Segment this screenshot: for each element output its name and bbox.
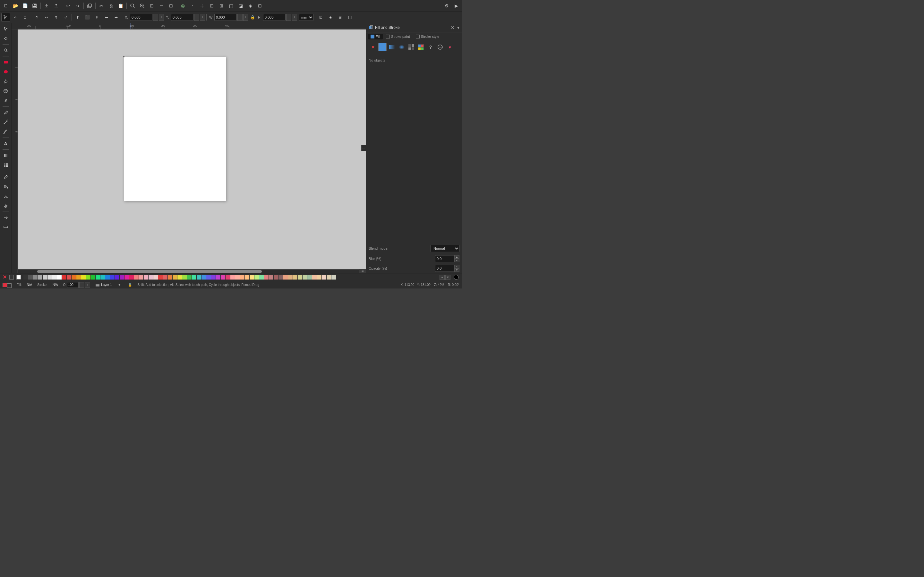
fill-radial-btn[interactable] <box>397 43 406 51</box>
snap4-button[interactable]: ⊞ <box>217 1 226 10</box>
layer-indicator[interactable]: Layer 1 <box>95 283 111 287</box>
h-input[interactable] <box>263 14 286 21</box>
w-input[interactable] <box>214 14 237 21</box>
black-swatch[interactable] <box>9 275 14 279</box>
eraser-tool[interactable] <box>1 201 10 210</box>
zoom-tool[interactable] <box>1 46 10 55</box>
fill-heart-btn[interactable]: ♥ <box>446 43 454 51</box>
palette-swatch[interactable] <box>43 275 47 279</box>
flip-x-button[interactable]: ⇔ <box>42 13 51 22</box>
palette-swatch[interactable] <box>38 275 42 279</box>
fill-none-btn[interactable]: ✕ <box>368 43 377 51</box>
export-button[interactable] <box>52 1 61 10</box>
palette-swatch[interactable] <box>269 275 273 279</box>
selector-tool[interactable] <box>1 24 10 33</box>
snap7-button[interactable]: ◈ <box>246 1 255 10</box>
y-input[interactable] <box>171 14 194 21</box>
lock-aspect-button[interactable]: 🔒 <box>249 14 256 21</box>
palette-swatch[interactable] <box>95 275 100 279</box>
measure-tool[interactable] <box>1 223 10 232</box>
gradient-tool[interactable] <box>1 151 10 160</box>
palette-swatch[interactable] <box>326 275 331 279</box>
palette-swatch[interactable] <box>202 275 206 279</box>
palette-swatch[interactable] <box>173 275 177 279</box>
zoom-in-button[interactable] <box>137 1 147 10</box>
palette-swatch[interactable] <box>158 275 163 279</box>
white-swatch[interactable] <box>16 275 21 279</box>
paint-bucket-tool[interactable] <box>1 182 10 191</box>
align-top-button[interactable]: ⬆ <box>73 13 82 22</box>
palette-swatch[interactable] <box>216 275 220 279</box>
palette-swatch[interactable] <box>23 275 28 279</box>
palette-swatch[interactable] <box>33 275 37 279</box>
palette-swatch[interactable] <box>331 275 336 279</box>
redo-button[interactable]: ↪ <box>73 1 82 10</box>
palette-down-btn[interactable]: ▼ <box>445 275 451 280</box>
zoom-fit-button[interactable]: ⊡ <box>147 1 156 10</box>
palette-swatch[interactable] <box>100 275 105 279</box>
fill-none-indicator[interactable]: ✕ <box>3 274 7 280</box>
calligraphy-tool[interactable] <box>1 127 10 136</box>
panel-expand-button[interactable]: ▾ <box>457 25 459 30</box>
tab-fill[interactable]: Fill <box>368 34 383 39</box>
move-pattern-button[interactable]: ◫ <box>345 13 354 22</box>
palette-swatch[interactable] <box>57 275 61 279</box>
spiral-tool[interactable] <box>1 96 10 105</box>
snap1-button[interactable]: ⋅ <box>188 1 197 10</box>
palette-swatch[interactable] <box>178 275 182 279</box>
undo-button[interactable]: ↩ <box>63 1 73 10</box>
connector-tool[interactable] <box>1 213 10 222</box>
palette-swatch[interactable] <box>52 275 57 279</box>
pencil-tool[interactable] <box>1 108 10 117</box>
canvas-content[interactable] <box>18 29 366 267</box>
palette-swatch[interactable] <box>250 275 254 279</box>
transform-obj-button[interactable]: ⊡ <box>317 13 325 22</box>
snap8-button[interactable]: ⊡ <box>255 1 264 10</box>
new-button[interactable]: 🗋 <box>1 1 10 10</box>
palette-swatch[interactable] <box>221 275 225 279</box>
palette-swatch[interactable] <box>86 275 90 279</box>
blur-inc-btn[interactable]: ▲ <box>454 255 459 259</box>
scale-stroke-button[interactable]: ⊞ <box>336 13 344 22</box>
visibility-toggle[interactable]: 👁 <box>117 282 122 287</box>
palette-swatch[interactable] <box>62 275 66 279</box>
spray-tool[interactable] <box>1 192 10 201</box>
x-inc-button[interactable]: + <box>159 14 164 21</box>
snap6-button[interactable]: ◪ <box>236 1 245 10</box>
paste-button[interactable]: 📋 <box>116 1 125 10</box>
h-inc-button[interactable]: + <box>292 14 297 21</box>
y-inc-button[interactable]: + <box>200 14 205 21</box>
palette-swatch[interactable] <box>91 275 95 279</box>
rect-tool[interactable] <box>1 58 10 67</box>
node-tool[interactable] <box>1 34 10 43</box>
palette-swatch[interactable] <box>115 275 120 279</box>
fill-swatch-btn[interactable] <box>417 43 425 51</box>
fill-unset-btn[interactable] <box>436 43 444 51</box>
palette-swatch[interactable] <box>197 275 201 279</box>
snap3-button[interactable]: ⊡ <box>207 1 216 10</box>
import-button[interactable] <box>42 1 51 10</box>
palette-swatch[interactable] <box>211 275 216 279</box>
panel-resize-handle[interactable]: ⋮ <box>361 145 366 151</box>
fill-pattern-btn[interactable] <box>407 43 415 51</box>
palette-swatch[interactable] <box>192 275 196 279</box>
node-mode-button[interactable]: ⋄ <box>11 13 20 22</box>
3dbox-tool[interactable] <box>1 87 10 95</box>
save-button[interactable] <box>30 1 39 10</box>
opacity-dec-btn[interactable]: ▼ <box>454 268 459 272</box>
selector-mode-button[interactable] <box>1 13 10 22</box>
unit-select[interactable]: mm px cm in <box>299 14 313 21</box>
palette-swatch[interactable] <box>245 275 249 279</box>
flip-y-button[interactable]: ⇕ <box>52 13 61 22</box>
palette-swatch[interactable] <box>124 275 129 279</box>
color-wheel-btn[interactable] <box>453 274 459 280</box>
select-touch-button[interactable]: ⊡ <box>21 13 29 22</box>
opacity-dec-bottom[interactable]: − <box>79 282 84 288</box>
fill-unknown-btn[interactable]: ? <box>426 43 435 51</box>
align-mid-button[interactable]: ⬛ <box>83 13 92 22</box>
palette-swatch[interactable] <box>206 275 211 279</box>
palette-swatch[interactable] <box>283 275 288 279</box>
x-dec-button[interactable]: − <box>153 14 158 21</box>
palette-swatch[interactable] <box>47 275 52 279</box>
distribute-h-button[interactable]: ⬅ <box>102 13 111 22</box>
